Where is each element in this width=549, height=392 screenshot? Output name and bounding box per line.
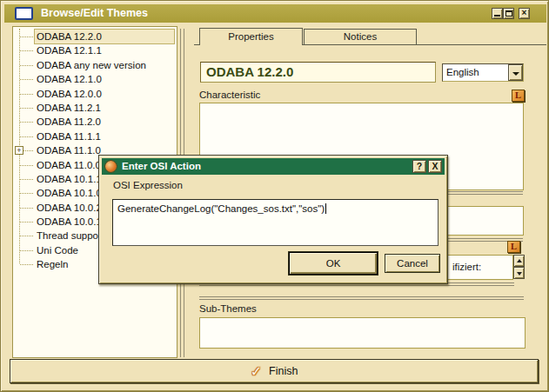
- language-value: English: [446, 67, 479, 77]
- titlebar[interactable]: Browse/Edit Themes ×: [4, 4, 546, 23]
- arrow-down-icon: [517, 272, 522, 276]
- app-icon: [15, 7, 33, 20]
- chevron-down-icon: [512, 72, 519, 76]
- spin-up-button[interactable]: [513, 255, 525, 267]
- tree-item-label: Regeln: [35, 257, 70, 271]
- osi-expression-value: GenerateChangeLog("Changes_sos.txt","sos…: [117, 203, 325, 214]
- check-icon: ✓: [251, 363, 262, 380]
- finish-label: Finish: [269, 365, 298, 377]
- tree-item-label: ODABA 12.2.0: [35, 30, 174, 43]
- tree-item-label: ODABA 11.2.1: [35, 101, 103, 115]
- tree-item-label: ODABA 12.0.0: [35, 87, 104, 101]
- language-select[interactable]: English: [442, 63, 524, 82]
- tree-item[interactable]: ODABA 11.2.0: [13, 115, 177, 129]
- arrow-up-icon: [517, 259, 522, 262]
- tree-item[interactable]: ODABA 12.1.0: [13, 72, 177, 86]
- dialog-title: Enter OSI Action: [122, 161, 201, 171]
- minimize-button[interactable]: [492, 8, 503, 19]
- minimize-icon: [494, 15, 500, 17]
- tree-item-label: ODABA 11.1.0: [35, 143, 103, 157]
- theme-name-field[interactable]: ODABA 12.2.0: [200, 62, 436, 83]
- text-cursor: [325, 203, 326, 214]
- ok-button[interactable]: OK: [289, 252, 378, 275]
- osi-expression-input[interactable]: GenerateChangeLog("Changes_sos.txt","sos…: [112, 199, 439, 246]
- main-window: Browse/Edit Themes × ODABA 12.2.0ODABA 1…: [0, 0, 549, 392]
- dialog-close-button[interactable]: X: [428, 160, 442, 173]
- tree-item-label: Thread support: [35, 229, 106, 243]
- tree-item-label: ODABA 10.0.1.: [35, 215, 106, 229]
- tree-item-label: ODABA 12.1.1: [35, 43, 104, 57]
- tree-item-label: ODABA any new version: [35, 58, 148, 72]
- divider: [199, 296, 524, 300]
- subthemes-field[interactable]: [199, 317, 526, 349]
- tab-properties[interactable]: Properties: [199, 28, 303, 45]
- tree-item-label: ODABA 11.2.0: [35, 115, 103, 129]
- spin-down-button[interactable]: [513, 267, 525, 279]
- tree-item-label: ODABA 11.1.1: [35, 130, 103, 143]
- osi-action-dialog: Enter OSI Action ? X OSI Expression Gene…: [98, 155, 448, 284]
- language-dropdown-button[interactable]: [508, 64, 523, 81]
- characteristic-label: Characteristic: [199, 90, 260, 100]
- tree-item[interactable]: ODABA 11.2.1: [13, 101, 177, 115]
- tree-item[interactable]: ODABA 12.0.0: [13, 87, 177, 101]
- tree-item-label: ODABA 10.0.2.: [35, 201, 106, 215]
- osi-expression-label: OSI Expression: [113, 180, 183, 190]
- dialog-titlebar[interactable]: Enter OSI Action ? X: [102, 158, 445, 175]
- language-badge-icon[interactable]: L: [512, 90, 525, 102]
- tree-item[interactable]: ODABA 12.2.0: [13, 30, 177, 43]
- tree-item[interactable]: ODABA 12.1.1: [13, 43, 177, 57]
- osi-app-icon: [105, 161, 117, 172]
- language-badge-icon[interactable]: L: [507, 241, 520, 253]
- modified-label-partial: ifiziert:: [452, 262, 481, 272]
- close-button[interactable]: ×: [519, 8, 530, 19]
- window-title: Browse/Edit Themes: [41, 7, 148, 19]
- subthemes-label: Sub-Themes: [199, 303, 257, 314]
- tree-item-label: ODABA 10.1.0: [35, 186, 104, 200]
- maximize-icon: [505, 10, 512, 17]
- tree-item-label: ODABA 12.1.0: [35, 72, 104, 86]
- finish-button[interactable]: ✓ Finish: [10, 359, 539, 383]
- maximize-button[interactable]: [503, 8, 514, 19]
- tree-item-label: Uni Code: [35, 243, 80, 257]
- tree-item-label: ODABA 10.1.1: [35, 172, 104, 186]
- expand-icon[interactable]: +: [15, 146, 23, 155]
- tree-item[interactable]: ODABA 11.1.1: [13, 130, 177, 143]
- tab-notices[interactable]: Notices: [304, 29, 417, 44]
- dialog-help-button[interactable]: ?: [412, 160, 426, 173]
- cancel-button[interactable]: Cancel: [385, 254, 440, 273]
- tree-item-label: ODABA 11.0.0: [35, 158, 103, 172]
- tree-item[interactable]: ODABA any new version: [13, 58, 177, 72]
